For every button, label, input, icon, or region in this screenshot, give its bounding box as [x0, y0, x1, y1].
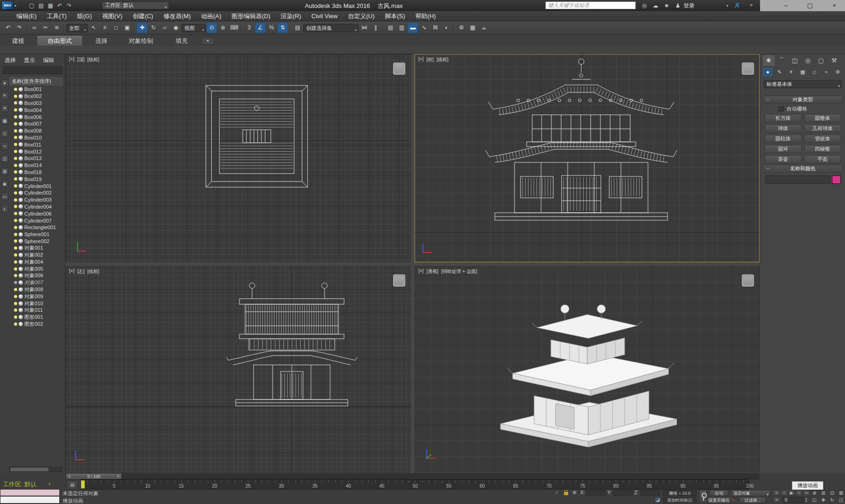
list-item[interactable]: 对象004: [9, 259, 63, 266]
object-type-rollout-header[interactable]: − 对象类型: [763, 96, 843, 104]
visibility-bulb-icon[interactable]: [14, 95, 17, 98]
visibility-bulb-icon[interactable]: [14, 143, 17, 146]
named-selection-sets-dropdown[interactable]: 创建选择集▾: [303, 24, 359, 32]
tab-create[interactable]: ✱: [763, 56, 775, 66]
list-item[interactable]: Box001: [9, 86, 63, 93]
zoom-region-button[interactable]: ◱: [810, 497, 818, 503]
workspace-switcher[interactable]: 工作区: 默认: [3, 480, 36, 489]
spinner-snap-toggle[interactable]: ⇅: [277, 22, 288, 33]
toggle-layer-explorer-button[interactable]: ▥: [396, 22, 407, 33]
auto-key-button[interactable]: 自动: [710, 490, 728, 496]
primitive-button-9[interactable]: 平面: [804, 155, 841, 163]
viewcube[interactable]: [742, 63, 754, 75]
percent-snap-toggle[interactable]: %: [266, 22, 277, 33]
previous-frame-button[interactable]: ‹: [781, 490, 788, 496]
timeline-ruler[interactable]: 5101520253035404550556065707580859095100: [80, 479, 749, 490]
workspace-dropdown[interactable]: 工作区: 默认 ▾: [102, 1, 169, 9]
redo-scene-button[interactable]: ↷: [64, 1, 74, 10]
app-menu-caret-icon[interactable]: ▾: [14, 4, 16, 8]
list-item[interactable]: 对象007: [9, 279, 63, 286]
visibility-bulb-icon[interactable]: [14, 136, 17, 139]
visibility-bulb-icon[interactable]: [14, 88, 17, 91]
mirror-button[interactable]: ⋈: [359, 22, 370, 33]
viewport-menu-button[interactable]: [+]: [69, 56, 74, 63]
visibility-bulb-icon[interactable]: [14, 288, 17, 291]
align-button[interactable]: ∥: [370, 22, 381, 33]
viewport-menu-button[interactable]: [+]: [418, 268, 423, 275]
list-item[interactable]: 图形002: [9, 321, 63, 328]
scene-explorer-search-input[interactable]: [3, 66, 63, 74]
display-cameras-toggle[interactable]: ▦: [1, 117, 8, 125]
list-item[interactable]: Box013: [9, 155, 63, 162]
snaps-toggle-3d[interactable]: 3: [244, 22, 254, 33]
render-production-button[interactable]: ☕: [479, 22, 489, 33]
search-help-icon[interactable]: ◎: [639, 1, 650, 10]
visibility-bulb-icon[interactable]: [14, 233, 17, 236]
list-item[interactable]: Cylinder004: [9, 203, 63, 210]
tab-hierarchy[interactable]: ◫: [789, 56, 801, 66]
list-item[interactable]: Box002: [9, 93, 63, 100]
scene-explorer-sort-header[interactable]: 名称(按升序排序): [9, 77, 63, 85]
select-and-place-button[interactable]: ◉: [170, 22, 181, 33]
viewport-left[interactable]: [+] [左] [线框]: [65, 266, 411, 473]
category-geometry[interactable]: ●: [763, 68, 773, 77]
display-helpers-toggle[interactable]: ◇: [1, 130, 8, 137]
primitive-button-8[interactable]: 茶壶: [765, 155, 802, 163]
visibility-bulb-icon[interactable]: [14, 274, 17, 277]
select-and-move-button[interactable]: ✚: [137, 22, 148, 33]
current-frame-marker[interactable]: [81, 480, 85, 489]
list-item[interactable]: 对象001: [9, 245, 63, 252]
x-coordinate-field[interactable]: [586, 490, 606, 496]
visibility-bulb-icon[interactable]: [14, 170, 17, 174]
y-coordinate-field[interactable]: [613, 490, 633, 496]
set-key-button[interactable]: 设置关键点: [707, 497, 731, 503]
filters-button[interactable]: 过滤器...: [739, 497, 766, 503]
menu-item-11[interactable]: 脚本(S): [380, 11, 410, 21]
ribbon-tab-3[interactable]: 对象绘制: [120, 36, 162, 46]
use-pivot-center-button[interactable]: ⊙: [206, 22, 217, 33]
scene-explorer-tab-0[interactable]: 选择: [5, 56, 16, 64]
object-color-swatch[interactable]: [832, 175, 841, 184]
menu-item-8[interactable]: 渲染(R): [275, 11, 306, 21]
curve-editor-button[interactable]: ∿: [419, 22, 430, 33]
menu-item-7[interactable]: 图形编辑器(D): [226, 11, 275, 21]
go-to-end-button[interactable]: »: [803, 490, 810, 496]
list-item[interactable]: 对象010: [9, 300, 63, 307]
visibility-bulb-icon[interactable]: [14, 239, 17, 243]
list-item[interactable]: Box006: [9, 113, 63, 120]
visibility-bulb-icon[interactable]: [14, 302, 17, 305]
display-geometry-toggle[interactable]: ●: [1, 79, 8, 87]
visibility-bulb-icon[interactable]: [14, 308, 17, 312]
viewport-top[interactable]: [+] [顶] [线框]: [65, 54, 411, 262]
menu-item-10[interactable]: 自定义(U): [343, 11, 380, 21]
viewport-shading-button[interactable]: [明暗处理 + 边面]: [441, 268, 477, 275]
selection-lock-toggle[interactable]: [564, 492, 568, 495]
viewport-view-button[interactable]: [透视]: [426, 268, 438, 275]
pan-view-button[interactable]: ✥: [819, 497, 827, 503]
bind-to-space-warp-button[interactable]: ≋: [51, 22, 62, 33]
time-slider-track[interactable]: < 0 / 100 >: [65, 473, 760, 479]
communication-center-icon[interactable]: ☁: [650, 1, 661, 10]
visibility-bulb-icon[interactable]: [14, 226, 17, 229]
list-item[interactable]: Box008: [9, 127, 63, 134]
visibility-bulb-icon[interactable]: [14, 184, 17, 188]
minimize-button[interactable]: –: [779, 1, 793, 10]
unlink-selection-button[interactable]: ✂: [40, 22, 51, 33]
list-item[interactable]: Box018: [9, 169, 63, 176]
list-item[interactable]: Cylinder006: [9, 210, 63, 217]
display-containers-toggle[interactable]: ▭: [1, 193, 8, 200]
visibility-bulb-icon[interactable]: [14, 246, 17, 250]
select-and-link-button[interactable]: ∞: [29, 22, 40, 33]
visibility-bulb-icon[interactable]: [14, 122, 17, 126]
rectangular-selection-button[interactable]: □: [111, 22, 121, 33]
viewport-shading-button[interactable]: [线框]: [87, 268, 99, 275]
selection-filter-dropdown[interactable]: 全部▾: [66, 24, 88, 32]
absolute-offset-toggle[interactable]: ⊕: [572, 490, 577, 496]
display-materials-toggle[interactable]: ◐: [1, 205, 8, 213]
visibility-bulb-icon[interactable]: [14, 198, 17, 202]
primitive-button-0[interactable]: 长方体: [765, 114, 802, 122]
ribbon-tab-0[interactable]: 建模: [7, 36, 30, 46]
time-tag-icon[interactable]: ◪: [655, 497, 661, 503]
tab-motion[interactable]: ◎: [802, 56, 814, 66]
list-item[interactable]: Cylinder002: [9, 189, 63, 196]
